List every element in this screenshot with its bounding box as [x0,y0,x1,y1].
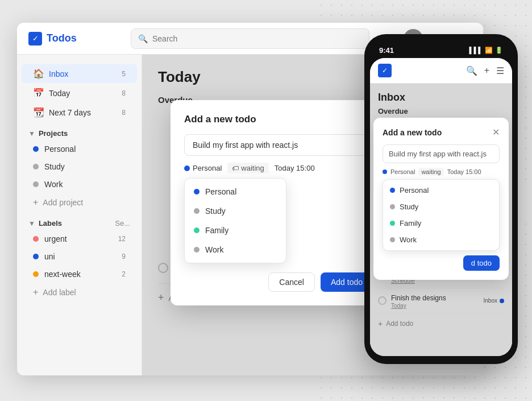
urgent-dot [33,236,39,242]
phone-meta-dot [383,170,387,174]
add-label-button[interactable]: + Add label [22,283,137,301]
dropdown-work-dot [194,247,200,253]
labels-section-header[interactable]: ▼ Labels Se... [17,212,142,230]
phone-todo-input[interactable] [383,144,500,163]
search-input[interactable] [152,34,362,43]
meta-tag[interactable]: 🏷 waiting [227,163,268,173]
search-bar[interactable]: 🔍 [131,28,369,49]
dropdown-item-work[interactable]: Work [185,240,286,259]
dialog-actions: Cancel Add todo [184,272,373,292]
phone-close-button[interactable]: ✕ [492,127,500,138]
sidebar-item-urgent[interactable]: urgent 12 [22,230,137,247]
meta-project-dot [184,166,190,171]
phone: 9:41 ▌▌▌ 📶 🔋 ✓ 🔍 + ☰ Inbox Overdue [364,34,518,364]
sidebar-item-work[interactable]: Work [22,176,137,193]
phone-meta-project: Personal [390,168,415,175]
sidebar-item-inbox[interactable]: 🏠 Inbox 5 [22,64,137,83]
add-project-button[interactable]: + Add project [22,193,137,212]
labels-secondary: Se... [115,219,130,228]
phone-time: 9:41 [379,46,394,55]
phone-screen: ✓ 🔍 + ☰ Inbox Overdue Add a new todo ✕ [370,58,512,356]
sidebar: 🏠 Inbox 5 📅 Today 8 📆 Next 7 days 8 ▼ Pr… [17,55,142,375]
meta-tag-label: waiting [241,164,264,172]
phone-dropdown-family-dot [390,221,395,226]
uni-count: 9 [122,253,126,261]
battery-icon: 🔋 [495,47,503,54]
next7-label: Next 7 days [49,108,116,117]
phone-meta-tag: waiting [418,168,443,176]
tag-icon: 🏷 [232,164,239,172]
inbox-label: Inbox [49,69,116,78]
calendar7-icon: 📆 [33,107,43,118]
phone-project-dropdown: Personal Study Family Work [383,179,500,251]
phone-dropdown-study[interactable]: Study [383,199,499,215]
phone-dialog-actions: d todo [383,255,500,271]
dialog-title: Add a new todo [184,114,373,125]
dropdown-personal-label: Personal [205,187,236,196]
urgent-count: 12 [118,235,126,243]
dropdown-study-dot [194,208,200,214]
meta-project-label: Personal [193,164,222,172]
phone-dropdown-work[interactable]: Work [383,231,499,248]
sidebar-item-nextweek[interactable]: next-week 2 [22,266,137,283]
phone-meta-date: Today 15:00 [447,168,481,175]
phone-add-todo-dialog: Add a new todo ✕ Personal waiting Today … [373,118,509,280]
dropdown-item-personal[interactable]: Personal [185,182,286,201]
phone-dropdown-family[interactable]: Family [383,215,499,231]
sidebar-item-personal[interactable]: Personal [22,140,137,158]
sidebar-item-today[interactable]: 📅 Today 8 [22,84,137,102]
nextweek-count: 2 [122,270,126,278]
phone-logo: ✓ [378,64,392,77]
phone-dropdown-study-dot [390,204,395,209]
today-label: Today [49,89,116,98]
uni-label: uni [44,252,116,261]
phone-dialog-meta: Personal waiting Today 15:00 [383,168,500,176]
projects-section-header[interactable]: ▼ Projects [17,122,142,140]
phone-body: Inbox Overdue Add a new todo ✕ Personal … [370,84,512,356]
dropdown-family-label: Family [205,226,228,235]
dialog-meta: Personal 🏷 waiting Today 15:00 [184,163,373,173]
uni-dot [33,254,39,259]
sidebar-item-study[interactable]: Study [22,158,137,175]
phone-dropdown-study-label: Study [400,202,418,211]
sidebar-item-next7[interactable]: 📆 Next 7 days 8 [22,103,137,122]
project-dropdown: Personal Study Family Work [184,178,286,263]
meta-project[interactable]: Personal [184,164,222,172]
sidebar-item-uni[interactable]: uni 9 [22,248,137,265]
phone-notch: 9:41 ▌▌▌ 📶 🔋 [370,42,512,58]
urgent-label: urgent [44,234,113,243]
inbox-count: 5 [122,70,126,78]
meta-date[interactable]: Today 15:00 [275,164,315,172]
cancel-button[interactable]: Cancel [268,272,315,292]
next7-count: 8 [122,109,126,117]
logo-icon: ✓ [28,32,42,46]
today-count: 8 [122,89,126,97]
phone-dropdown-personal-dot [390,188,395,193]
personal-dot [33,146,39,152]
dropdown-personal-dot [194,189,200,195]
phone-dropdown-personal-label: Personal [400,186,429,195]
phone-add-icon[interactable]: + [484,65,489,76]
add-todo-dialog: Add a new todo Personal 🏷 waiting Today … [171,100,386,305]
phone-dropdown-work-dot [390,237,395,242]
dropdown-item-study[interactable]: Study [185,201,286,221]
phone-logo-check: ✓ [382,67,388,75]
nextweek-dot [33,271,39,277]
search-icon: 🔍 [138,34,148,43]
app-title: Todos [47,32,77,44]
phone-search-icon[interactable]: 🔍 [466,65,477,76]
dropdown-item-family[interactable]: Family [185,221,286,240]
dropdown-work-label: Work [205,245,223,254]
calendar-icon: 📅 [33,88,43,98]
personal-label: Personal [44,144,126,154]
phone-dialog-title: Add a new todo [383,128,442,137]
signal-icon: ▌▌▌ [469,47,483,53]
work-dot [33,181,39,187]
logo-check: ✓ [32,34,39,43]
phone-menu-icon[interactable]: ☰ [496,65,504,76]
todo-input[interactable] [184,134,373,156]
phone-add-todo-button[interactable]: d todo [463,255,500,271]
nextweek-label: next-week [44,270,116,279]
phone-dropdown-family-label: Family [400,219,421,228]
phone-dropdown-personal[interactable]: Personal [383,182,499,199]
